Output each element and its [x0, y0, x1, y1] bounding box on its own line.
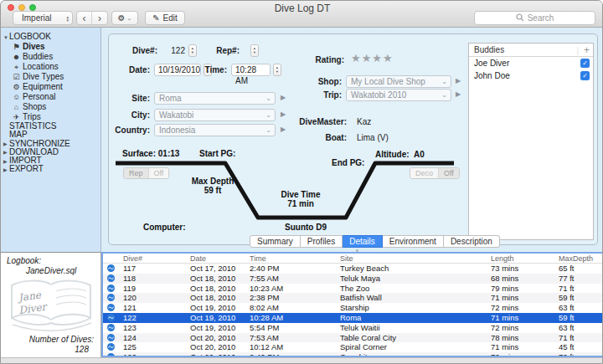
country-detail-arrow[interactable]: ▶ — [281, 126, 286, 133]
units-popup-label: Imperial — [22, 13, 52, 23]
rep-number-label: Rep#: — [206, 46, 240, 55]
add-buddy-button[interactable]: + — [584, 44, 590, 56]
cell-site: Teluk Waitii — [340, 323, 380, 333]
personal-icon: ☺ — [12, 92, 21, 102]
logbook-info-panel: Logbook: JaneDiver.sql Jane Diver Number… — [1, 252, 101, 357]
tab-environment[interactable]: Environment — [383, 235, 444, 248]
cell-length: 79 mins — [491, 284, 518, 294]
column-header-length[interactable]: Length — [491, 254, 514, 264]
tab-summary[interactable]: Summary — [250, 235, 301, 248]
cell-time: 7:53 AM — [250, 333, 279, 343]
cell-site: Teluk Maya — [340, 274, 380, 284]
sidebar-item-shops[interactable]: ⌂Shops — [1, 102, 100, 112]
column-header-date[interactable]: Date — [190, 254, 206, 264]
open-book-image: Jane Diver — [6, 276, 96, 333]
units-popup-button[interactable]: Imperial ▴▾ — [13, 11, 73, 25]
sidebar-item-buddies[interactable]: ☻Buddies — [1, 52, 100, 62]
buddy-checkbox[interactable]: ✓ — [580, 59, 590, 68]
table-row-dive-118[interactable]: 118Oct 18, 20107:55 AMTeluk Maya68 mins7… — [103, 274, 602, 284]
cell-date: Oct 20, 2010 — [190, 342, 235, 352]
sidebar-item-dives[interactable]: ⚑Dives — [1, 42, 100, 52]
action-gear-button[interactable]: ⚙ ⌄ — [111, 11, 138, 25]
table-row-dive-121[interactable]: 121Oct 19, 20108:02 AMStarship72 mins63 … — [103, 303, 602, 313]
dive-number-label: Dive#: — [124, 46, 157, 55]
city-combobox[interactable]: Wakatobi⌄ — [154, 109, 276, 121]
cell-maxdepth: 63 ft — [559, 303, 575, 313]
column-header-dive-[interactable]: Dive# — [123, 254, 142, 264]
disclosure-closed-icon[interactable]: ▶ — [3, 148, 9, 156]
chevron-down-icon: ⌄ — [441, 90, 447, 100]
table-row-dive-125[interactable]: 125Oct 20, 201010:12 AMSpiral Corner71 m… — [103, 342, 602, 352]
trip-combobox[interactable]: Wakatobi 2010⌄ — [346, 89, 451, 101]
buddy-row[interactable]: Joe Diver✓ — [469, 57, 593, 69]
buddy-checkbox[interactable]: ✓ — [580, 71, 590, 80]
table-row-dive-120[interactable]: 120Oct 18, 20102:38 PMBatfish Wall71 min… — [103, 293, 602, 303]
sidebar-item-dive-types[interactable]: ☑Dive Types — [1, 72, 100, 82]
deco-toggle-off[interactable]: Off — [438, 168, 459, 178]
shop-combobox[interactable]: My Local Dive Shop⌄ — [346, 75, 451, 88]
site-combobox[interactable]: Roma⌄ — [154, 92, 276, 105]
tab-details[interactable]: Details — [343, 235, 383, 248]
rep-toggle[interactable]: Rep Off — [123, 167, 169, 179]
deco-toggle-deco[interactable]: Deco — [410, 168, 438, 178]
edit-button[interactable]: ✎ Edit — [145, 11, 185, 25]
column-header-time[interactable]: Time — [250, 254, 266, 264]
dive-time-annotation: Dive Time71 min — [276, 190, 326, 208]
cell-time: 10:23 AM — [250, 284, 283, 294]
table-row-dive-124[interactable]: 124Oct 20, 20107:53 AMTable Coral City78… — [103, 333, 602, 343]
dive-list-table: Dive#DateTimeSiteLengthMaxDepth 117Oct 1… — [101, 252, 603, 357]
dive-number-stepper[interactable]: ▴▾ — [188, 44, 197, 57]
cell-date: Oct 18, 2010 — [190, 284, 235, 294]
rep-toggle-rep[interactable]: Rep — [124, 168, 148, 178]
disclosure-open-icon[interactable]: ▼ — [3, 33, 9, 44]
column-header-maxdepth[interactable]: MaxDepth — [559, 254, 593, 264]
buddies-header: Buddies |+ — [469, 44, 593, 57]
disclosure-closed-icon[interactable]: ▶ — [3, 166, 9, 174]
column-header-site[interactable]: Site — [340, 254, 353, 264]
country-combobox[interactable]: Indonesia⌄ — [154, 124, 276, 136]
shop-detail-arrow[interactable]: ▶ — [456, 77, 461, 85]
table-row-dive-119[interactable]: 119Oct 18, 201010:23 AMThe Zoo79 mins71 … — [103, 284, 602, 294]
window-bottom-bar — [1, 357, 603, 364]
city-detail-arrow[interactable]: ▶ — [281, 110, 286, 118]
sidebar-item-personal[interactable]: ☺Personal — [1, 92, 100, 102]
chevron-down-icon: ⌄ — [441, 76, 447, 87]
rep-toggle-off[interactable]: Off — [148, 168, 169, 178]
surface-interval: Surface: 01:13 — [122, 149, 179, 158]
cell-site: The Zoo — [340, 284, 369, 294]
cell-time: 10:12 AM — [250, 342, 283, 352]
start-pg-label: Start PG: — [199, 149, 235, 158]
sidebar-section-logbook[interactable]: ▼LOGBOOK — [1, 31, 100, 42]
tab-description[interactable]: Description — [444, 235, 500, 248]
search-input[interactable]: Search — [474, 11, 595, 25]
table-row-dive-117[interactable]: 117Oct 17, 20102:40 PMTurkey Beach73 min… — [103, 264, 602, 274]
sidebar-section-export[interactable]: ▶EXPORT — [1, 165, 100, 173]
time-stepper[interactable]: ▴▾ — [273, 64, 281, 76]
cell-dive-number: 125 — [123, 342, 137, 352]
disclosure-closed-icon[interactable]: ▶ — [3, 140, 9, 148]
table-row-dive-123[interactable]: 123Oct 19, 20105:54 PMTeluk Waitii72 min… — [103, 323, 602, 333]
deco-toggle[interactable]: Deco Off — [410, 167, 460, 179]
cell-time: 8:02 AM — [250, 303, 279, 313]
rep-number-stepper[interactable]: ▴▾ — [250, 44, 259, 57]
back-button[interactable]: ‹ — [77, 12, 92, 24]
tab-profiles[interactable]: Profiles — [301, 235, 343, 248]
time-field[interactable]: 10:28 AM — [231, 64, 271, 76]
cell-length: 78 mins — [491, 333, 518, 343]
site-detail-arrow[interactable]: ▶ — [281, 94, 286, 101]
dives-icon: ⚑ — [12, 42, 21, 52]
country-label: Country: — [108, 126, 150, 135]
sidebar-item-equipment[interactable]: ⚙Equipment — [1, 82, 100, 92]
locations-icon: ⌖ — [12, 62, 21, 72]
disclosure-closed-icon[interactable]: ▶ — [3, 157, 9, 166]
sidebar-item-locations[interactable]: ⌖Locations — [1, 62, 100, 72]
trip-detail-arrow[interactable]: ▶ — [456, 90, 461, 98]
date-field[interactable]: 10/19/2010 — [154, 64, 201, 76]
table-row-dive-122[interactable]: 122Oct 19, 201010:28 AMRoma71 mins59 ft — [103, 313, 602, 323]
cell-length: 72 mins — [491, 323, 518, 333]
chevron-down-icon: ⌄ — [265, 110, 271, 120]
rating-stars[interactable]: ★★★★ — [351, 52, 394, 64]
forward-button[interactable]: › — [92, 12, 107, 24]
buddy-row[interactable]: John Doe✓ — [469, 69, 593, 82]
cell-site: Roma — [340, 313, 361, 323]
